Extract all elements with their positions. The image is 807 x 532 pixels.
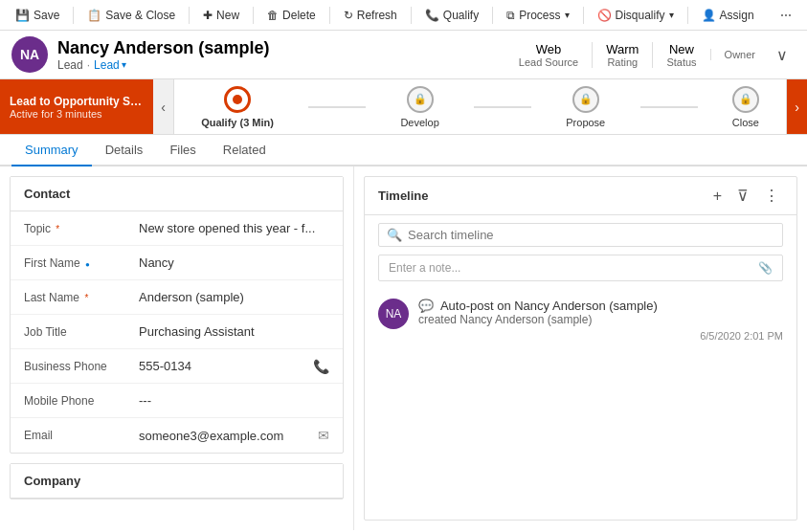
firstname-optional-dot: ● xyxy=(85,260,90,269)
timeline-header: Timeline + ⊽ ⋮ xyxy=(365,177,796,215)
status-value: New xyxy=(669,42,694,56)
attach-icon: 📎 xyxy=(758,261,773,275)
timeline-title: Timeline xyxy=(378,188,702,203)
process-step-close[interactable]: 🔒 Close xyxy=(732,86,759,128)
qualify-button[interactable]: 📞 Qualify xyxy=(417,6,486,25)
lead-source-meta[interactable]: Web Lead Source xyxy=(505,42,592,68)
separator xyxy=(583,7,584,24)
topic-required: * xyxy=(56,224,59,234)
qualify-label: Qualify (3 Min) xyxy=(201,117,274,128)
auto-post-icon: 💬 xyxy=(418,299,434,313)
tab-files[interactable]: Files xyxy=(156,135,209,166)
main-content: Contact Topic * New store opened this ye… xyxy=(0,166,807,530)
mobilephone-value[interactable]: --- xyxy=(139,393,329,408)
lastname-required: * xyxy=(84,293,88,303)
record-subtitle: Lead · Lead ▾ xyxy=(57,58,505,72)
process-step-qualify[interactable]: Qualify (3 Min) xyxy=(201,86,274,128)
new-icon: ✚ xyxy=(203,9,213,22)
tab-summary[interactable]: Summary xyxy=(11,135,92,166)
jobtitle-value[interactable]: Purchasing Assistant xyxy=(139,324,329,339)
lock-icon-develop: 🔒 xyxy=(414,93,427,105)
process-bar: Lead to Opportunity Sale... Active for 3… xyxy=(0,79,807,135)
separator xyxy=(189,7,190,24)
process-nav-right[interactable]: › xyxy=(786,79,807,134)
process-alert-title: Lead to Opportunity Sale... xyxy=(10,95,144,108)
step-connector-3 xyxy=(640,106,698,108)
topic-field-row: Topic * New store opened this year - f..… xyxy=(11,211,343,246)
firstname-value[interactable]: Nancy xyxy=(139,255,329,270)
refresh-button[interactable]: ↻ Refresh xyxy=(336,6,405,25)
email-send-icon[interactable]: ✉ xyxy=(318,428,329,443)
phone-call-icon[interactable]: 📞 xyxy=(313,359,329,374)
search-icon: 🔍 xyxy=(387,228,402,242)
entry-timestamp: 6/5/2020 2:01 PM xyxy=(418,330,783,342)
owner-meta[interactable]: Owner xyxy=(710,49,769,60)
jobtitle-field-row: Job Title Purchasing Assistant xyxy=(11,315,343,349)
timeline-more-button[interactable]: ⋮ xyxy=(760,185,783,207)
rating-label: Rating xyxy=(607,56,638,68)
lock-icon-close: 🔒 xyxy=(739,93,752,105)
right-panel: Timeline + ⊽ ⋮ 🔍 Enter a note... 📎 xyxy=(354,166,807,530)
mobilephone-field-row: Mobile Phone --- xyxy=(11,384,343,418)
rating-value: Warm xyxy=(606,42,639,56)
bizphone-field-row: Business Phone 555-0134 📞 xyxy=(11,349,343,384)
more-actions-button[interactable]: ⋯ xyxy=(773,6,799,25)
header-meta: Web Lead Source Warm Rating New Status O… xyxy=(505,42,769,68)
save-button[interactable]: 💾 Save xyxy=(8,6,67,25)
process-steps: Qualify (3 Min) 🔒 Develop 🔒 Propose 🔒 Cl… xyxy=(174,86,786,128)
contact-section-card: Contact Topic * New store opened this ye… xyxy=(10,176,344,454)
company-section-header: Company xyxy=(11,464,343,499)
topic-value[interactable]: New store opened this year - f... xyxy=(139,221,329,235)
propose-label: Propose xyxy=(566,117,605,128)
status-label: Status xyxy=(666,56,696,68)
lastname-value[interactable]: Anderson (sample) xyxy=(139,290,329,304)
entry-avatar: NA xyxy=(378,299,409,329)
timeline-add-button[interactable]: + xyxy=(709,186,726,207)
process-alert[interactable]: Lead to Opportunity Sale... Active for 3… xyxy=(0,79,153,134)
firstname-field-row: First Name ● Nancy xyxy=(11,246,343,280)
process-alert-subtitle: Active for 3 minutes xyxy=(10,108,144,120)
contact-section-header: Contact xyxy=(11,177,343,211)
header-collapse-button[interactable]: ∨ xyxy=(769,42,796,68)
record-header: NA Nancy Anderson (sample) Lead · Lead ▾… xyxy=(0,31,807,79)
process-step-develop[interactable]: 🔒 Develop xyxy=(400,86,438,128)
entry-title: 💬 Auto-post on Nancy Anderson (sample) xyxy=(418,299,783,313)
email-value[interactable]: someone3@example.com ✉ xyxy=(139,428,329,443)
firstname-label: First Name ● xyxy=(24,256,139,270)
save-icon: 💾 xyxy=(15,9,30,22)
lead-type-dropdown[interactable]: Lead ▾ xyxy=(94,58,126,72)
toolbar: 💾 Save 📋 Save & Close ✚ New 🗑 Delete ↻ R… xyxy=(0,0,807,31)
timeline-search-bar: 🔍 xyxy=(378,223,783,247)
develop-circle: 🔒 xyxy=(407,86,434,113)
delete-button[interactable]: 🗑 Delete xyxy=(259,6,324,25)
status-meta[interactable]: New Status xyxy=(652,42,709,68)
assign-button[interactable]: 👤 Assign xyxy=(694,6,762,25)
process-step-propose[interactable]: 🔒 Propose xyxy=(566,86,605,128)
left-panel: Contact Topic * New store opened this ye… xyxy=(0,166,354,530)
bizphone-value[interactable]: 555-0134 📞 xyxy=(139,359,329,374)
process-nav-left[interactable]: ‹ xyxy=(153,79,174,134)
close-label: Close xyxy=(732,117,759,128)
separator xyxy=(411,7,412,24)
email-field-row: Email someone3@example.com ✉ xyxy=(11,418,343,453)
mobilephone-label: Mobile Phone xyxy=(24,394,139,408)
new-button[interactable]: ✚ New xyxy=(195,6,247,25)
tab-bar: Summary Details Files Related xyxy=(0,135,807,166)
tab-related[interactable]: Related xyxy=(210,135,280,166)
qualify-dot xyxy=(233,95,242,104)
step-connector-1 xyxy=(308,106,366,108)
disqualify-dropdown-icon: ▾ xyxy=(669,10,674,20)
disqualify-button[interactable]: 🚫 Disqualify ▾ xyxy=(590,6,682,25)
process-button[interactable]: ⧉ Process ▾ xyxy=(499,6,576,25)
tab-details[interactable]: Details xyxy=(92,135,157,166)
lock-icon-propose: 🔒 xyxy=(579,93,593,105)
timeline-filter-button[interactable]: ⊽ xyxy=(733,185,752,207)
header-info: Nancy Anderson (sample) Lead · Lead ▾ xyxy=(57,38,505,72)
more-icon: ⋯ xyxy=(780,9,792,22)
develop-label: Develop xyxy=(400,117,438,128)
rating-meta[interactable]: Warm Rating xyxy=(592,42,652,68)
timeline-search-input[interactable] xyxy=(408,228,774,242)
save-close-button[interactable]: 📋 Save & Close xyxy=(79,6,183,25)
dot-separator: · xyxy=(87,58,90,72)
timeline-note-input[interactable]: Enter a note... 📎 xyxy=(378,255,783,281)
